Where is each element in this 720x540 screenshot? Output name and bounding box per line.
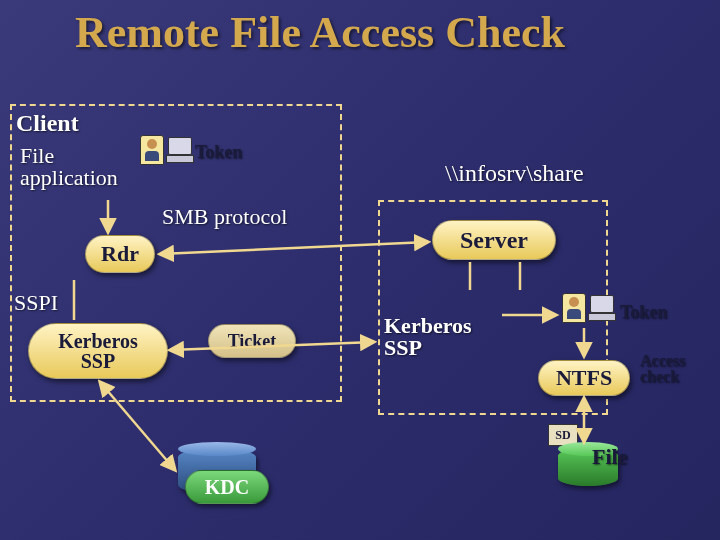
server-usercomputer-icon: [562, 293, 614, 323]
sd-text: SD: [555, 428, 570, 443]
server-box: Server: [432, 220, 556, 260]
computer-icon: [588, 295, 614, 321]
ntfs-box: NTFS: [538, 360, 630, 396]
client-label: Client: [16, 110, 79, 137]
server-kerberos-ssp-label: Kerberos SSP: [384, 315, 504, 359]
file-application-label: File application: [20, 145, 140, 189]
ticket-text: Ticket: [228, 331, 277, 352]
ntfs-text: NTFS: [556, 365, 612, 391]
client-usercomputer-icon: [140, 135, 192, 165]
access-check-label: Access check: [640, 353, 710, 385]
slide-title: Remote File Access Check: [75, 10, 565, 56]
client-kerberos-ssp-text: Kerberos SSP: [58, 331, 138, 371]
server-text: Server: [460, 227, 528, 254]
client-token-label: Token: [195, 142, 242, 163]
user-icon: [140, 135, 164, 165]
smb-protocol-label: SMB protocol: [162, 204, 287, 230]
kdc-text: KDC: [205, 476, 249, 499]
file-label: File: [592, 444, 627, 470]
client-kerberos-ssp-box: Kerberos SSP: [28, 323, 168, 379]
server-token-label: Token: [620, 302, 667, 323]
sspi-label: SSPI: [14, 290, 58, 316]
user-icon: [562, 293, 586, 323]
rdr-box: Rdr: [85, 235, 155, 273]
computer-icon: [166, 137, 192, 163]
kdc-box: KDC: [185, 470, 269, 504]
ticket-box: Ticket: [208, 324, 296, 358]
rdr-text: Rdr: [101, 241, 139, 267]
share-path-label: \\infosrv\share: [445, 160, 584, 187]
